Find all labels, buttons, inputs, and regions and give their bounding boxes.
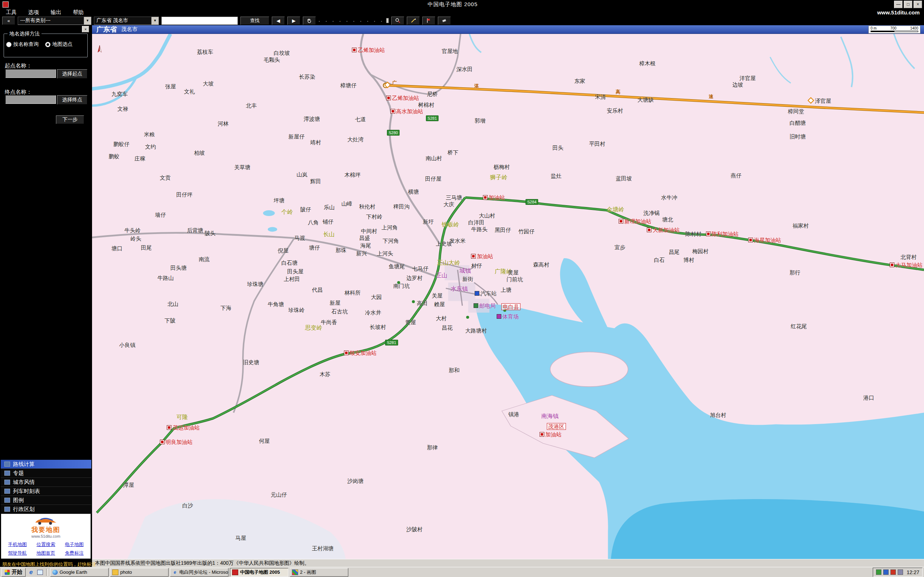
village-label[interactable]: 石古坑	[331, 309, 347, 314]
promo-link[interactable]: 朋友在中国地图上找到你的位置吗，赶快标注	[2, 561, 96, 567]
tray-icon[interactable]	[890, 569, 896, 575]
gas-station-label[interactable]: 大新加油站	[647, 227, 680, 233]
village-label[interactable]: 庄稼	[135, 156, 145, 161]
village-label[interactable]: 荔枝车	[197, 49, 213, 55]
village-label[interactable]: 上河头	[377, 251, 393, 256]
choose-start-button[interactable]: 选择起点	[57, 69, 87, 79]
village-label[interactable]: 新圩	[423, 219, 433, 225]
village-label[interactable]: 镇港	[508, 411, 519, 417]
road-number-badge[interactable]: S284	[525, 199, 538, 205]
village-label[interactable]: 文贡	[160, 175, 171, 181]
taskbar-task-中国电子地图 2005[interactable]: 中国电子地图 2005	[230, 568, 288, 577]
expressway-name-char[interactable]: 湛	[474, 83, 479, 89]
village-label[interactable]: 八角	[308, 220, 319, 226]
village-label[interactable]: 长坡村	[370, 324, 386, 330]
village-label[interactable]: 文礼	[184, 89, 195, 95]
gas-station-label[interactable]: 顺安加油站	[344, 350, 377, 356]
gas-station-label[interactable]: 茂运加油站	[167, 425, 200, 430]
village-label[interactable]: 枥梅村	[493, 164, 510, 170]
village-label[interactable]: 旭台村	[710, 412, 726, 418]
village-label[interactable]: 树棉村	[418, 102, 434, 108]
bus-station-poi[interactable]: 汽车站	[475, 291, 497, 297]
sidebar-section-图例[interactable]: 图例	[1, 496, 91, 505]
village-label[interactable]: 上史坡	[436, 241, 452, 247]
village-label[interactable]: 辉田	[310, 179, 321, 184]
village-label[interactable]: 下陂	[165, 318, 175, 324]
village-label[interactable]: 横塘	[408, 189, 419, 195]
village-label[interactable]: 塘口	[111, 246, 122, 251]
village-label[interactable]: 后背塘	[187, 227, 203, 233]
village-label[interactable]: 大灶湾	[347, 137, 363, 142]
village-label[interactable]: 九窝车	[111, 91, 128, 97]
village-label[interactable]: 桥下	[447, 150, 459, 155]
village-label[interactable]: 樟同堂	[788, 108, 804, 114]
village-label[interactable]: 昌花	[442, 325, 452, 331]
village-label[interactable]: 牛路山	[157, 275, 174, 281]
village-label[interactable]: 陂头	[205, 230, 215, 236]
village-label[interactable]: 田仔屋	[425, 176, 441, 182]
village-label[interactable]: 木棉坪	[344, 172, 360, 178]
town-label[interactable]: 南海镇	[541, 413, 559, 419]
village-label[interactable]: 关草塘	[234, 164, 250, 170]
town-label[interactable]: 城镇	[459, 268, 471, 274]
flag-icon[interactable]	[422, 16, 435, 25]
village-label[interactable]: 白洋田	[468, 220, 485, 226]
menu-工具[interactable]: 工具	[0, 9, 23, 16]
village-label[interactable]: 平田村	[589, 141, 605, 147]
village-label[interactable]: 宋清	[595, 94, 606, 100]
village-label[interactable]: 水牛冲	[661, 195, 677, 200]
village-label[interactable]: 珍珠塘	[247, 281, 263, 287]
tray-icon[interactable]	[876, 569, 881, 575]
village-label[interactable]: 靖村	[310, 140, 321, 145]
close-panel-icon[interactable]: ×	[82, 26, 89, 32]
village-label[interactable]: 木苏	[320, 371, 331, 377]
village-label[interactable]: 潭屋	[123, 482, 134, 488]
village-label[interactable]: 森高村	[533, 262, 549, 268]
end-name-field[interactable]	[5, 95, 56, 104]
village-label[interactable]: 深水田	[457, 66, 473, 72]
village-label[interactable]: 七道	[355, 116, 366, 122]
village-label[interactable]: 乐山	[324, 205, 334, 210]
village-label[interactable]: 上塘	[501, 287, 512, 293]
village-label[interactable]: 林科所	[344, 290, 360, 296]
village-label[interactable]: 七马仔	[412, 266, 428, 272]
village-label[interactable]: 田尾	[141, 245, 152, 251]
village-label[interactable]: 牛尚香	[321, 319, 337, 325]
village-label[interactable]: 东家	[574, 78, 585, 84]
village-label[interactable]: 牛头岭	[124, 227, 141, 233]
sidebar-section-城市风情[interactable]: 城市风情	[1, 478, 91, 487]
maximize-button[interactable]: □	[904, 1, 913, 8]
village-label[interactable]: 文约	[145, 144, 156, 150]
link-位置搜索[interactable]: 位置搜索	[34, 541, 58, 548]
village-label[interactable]: 北山	[168, 301, 178, 307]
prev-view-button[interactable]: ◀	[272, 16, 285, 25]
village-label[interactable]: 白石塘	[281, 260, 297, 266]
menu-输出[interactable]: 输出	[45, 9, 67, 16]
village-label[interactable]: 墙仔	[155, 212, 166, 218]
collapse-panel-button[interactable]: «	[2, 16, 15, 25]
village-label[interactable]: 那珠	[336, 247, 347, 253]
village-label[interactable]: 燕仔	[730, 173, 741, 179]
village-label[interactable]: 新街	[462, 276, 473, 282]
village-label[interactable]: 田头塘	[170, 265, 187, 271]
village-label[interactable]: 代昌	[312, 287, 323, 293]
radio-option[interactable]: 地图选点	[45, 41, 73, 48]
village-label[interactable]: 官屋地	[442, 48, 458, 54]
village-label[interactable]: 稗田沟	[393, 204, 410, 210]
village-label[interactable]: 大庆	[444, 201, 454, 207]
village-label[interactable]: 樟木根	[639, 61, 656, 66]
village-label[interactable]: 昌盛	[359, 235, 370, 241]
village-label[interactable]: 那律	[427, 445, 438, 450]
village-label[interactable]: 郭增	[475, 118, 485, 124]
tray-icon[interactable]	[883, 569, 888, 575]
taskbar-task-Google Earth[interactable]: Google Earth	[50, 568, 109, 577]
expressway-name-char[interactable]: 速	[709, 93, 714, 99]
village-label[interactable]: 旧时塘	[790, 134, 806, 140]
village-label[interactable]: 旧史塘	[243, 359, 259, 365]
village-label[interactable]: 上村田	[284, 276, 300, 282]
sidebar-section-路线计算[interactable]: 路线计算	[1, 460, 91, 469]
village-label[interactable]: 那和	[449, 367, 459, 373]
village-label[interactable]: 白坟坡	[274, 50, 290, 56]
village-label[interactable]: 潭波塘	[304, 116, 320, 122]
village-label[interactable]: 毛颗头	[263, 57, 280, 63]
